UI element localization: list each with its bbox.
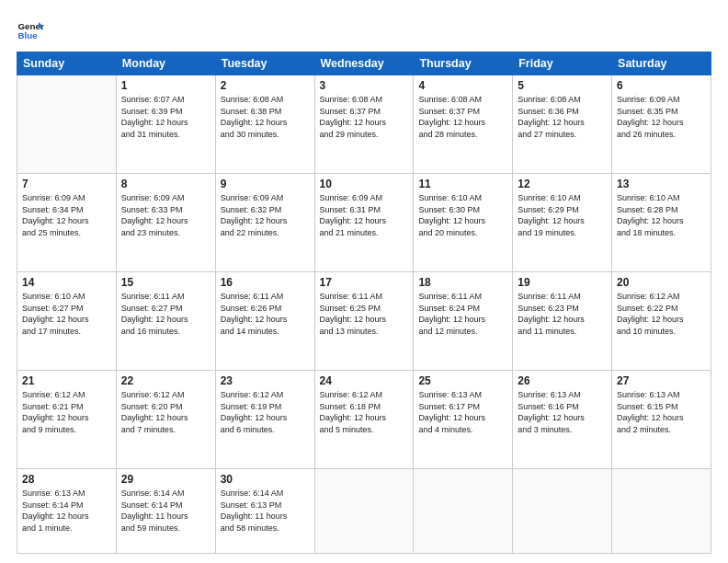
day-info: Sunrise: 6:14 AM Sunset: 6:13 PM Dayligh… [221,488,310,534]
day-info: Sunrise: 6:13 AM Sunset: 6:14 PM Dayligh… [22,488,111,534]
day-info: Sunrise: 6:12 AM Sunset: 6:18 PM Dayligh… [320,389,409,435]
day-number: 21 [22,374,111,387]
calendar-week-row: 14Sunrise: 6:10 AM Sunset: 6:27 PM Dayli… [17,272,711,371]
day-info: Sunrise: 6:11 AM Sunset: 6:27 PM Dayligh… [121,291,210,337]
calendar-cell: 11Sunrise: 6:10 AM Sunset: 6:30 PM Dayli… [414,174,513,272]
day-number: 19 [518,276,607,289]
weekday-header-monday: Monday [116,52,215,75]
day-info: Sunrise: 6:10 AM Sunset: 6:29 PM Dayligh… [518,192,607,238]
day-info: Sunrise: 6:07 AM Sunset: 6:39 PM Dayligh… [121,94,210,140]
calendar-week-row: 21Sunrise: 6:12 AM Sunset: 6:21 PM Dayli… [17,371,711,469]
day-number: 14 [22,276,111,289]
calendar-cell: 27Sunrise: 6:13 AM Sunset: 6:15 PM Dayli… [612,371,711,469]
calendar-cell [414,469,513,554]
day-info: Sunrise: 6:09 AM Sunset: 6:31 PM Dayligh… [320,192,409,238]
day-number: 4 [418,79,507,92]
day-number: 5 [518,79,607,92]
calendar-week-row: 7Sunrise: 6:09 AM Sunset: 6:34 PM Daylig… [17,174,711,272]
calendar-week-row: 1Sunrise: 6:07 AM Sunset: 6:39 PM Daylig… [17,75,711,174]
calendar-cell: 30Sunrise: 6:14 AM Sunset: 6:13 PM Dayli… [215,469,314,554]
day-number: 15 [121,276,210,289]
day-number: 10 [320,178,409,190]
day-info: Sunrise: 6:14 AM Sunset: 6:14 PM Dayligh… [121,488,210,534]
day-number: 8 [121,178,210,190]
day-number: 22 [121,374,210,387]
day-number: 11 [418,178,507,190]
logo: General Blue [17,17,44,44]
calendar-cell: 8Sunrise: 6:09 AM Sunset: 6:33 PM Daylig… [116,174,215,272]
calendar-cell: 19Sunrise: 6:11 AM Sunset: 6:23 PM Dayli… [513,272,612,371]
calendar-cell: 9Sunrise: 6:09 AM Sunset: 6:32 PM Daylig… [215,174,314,272]
page-header: General Blue [17,17,711,44]
day-info: Sunrise: 6:10 AM Sunset: 6:28 PM Dayligh… [617,192,706,238]
calendar-cell: 22Sunrise: 6:12 AM Sunset: 6:20 PM Dayli… [116,371,215,469]
svg-text:Blue: Blue [18,30,39,40]
day-info: Sunrise: 6:09 AM Sunset: 6:33 PM Dayligh… [121,192,210,238]
day-info: Sunrise: 6:11 AM Sunset: 6:23 PM Dayligh… [518,291,607,337]
day-number: 23 [221,374,310,387]
calendar-cell: 16Sunrise: 6:11 AM Sunset: 6:26 PM Dayli… [215,272,314,371]
calendar-cell [17,75,117,174]
day-number: 30 [221,473,310,486]
calendar-cell: 21Sunrise: 6:12 AM Sunset: 6:21 PM Dayli… [17,371,117,469]
day-number: 20 [617,276,706,289]
calendar-cell [314,469,414,554]
calendar-cell: 20Sunrise: 6:12 AM Sunset: 6:22 PM Dayli… [612,272,711,371]
day-number: 3 [320,79,409,92]
calendar-cell: 14Sunrise: 6:10 AM Sunset: 6:27 PM Dayli… [17,272,117,371]
calendar-cell: 12Sunrise: 6:10 AM Sunset: 6:29 PM Dayli… [513,174,612,272]
day-info: Sunrise: 6:09 AM Sunset: 6:32 PM Dayligh… [221,192,310,238]
weekday-header-row: SundayMondayTuesdayWednesdayThursdayFrid… [17,52,711,75]
calendar-cell: 29Sunrise: 6:14 AM Sunset: 6:14 PM Dayli… [116,469,215,554]
day-info: Sunrise: 6:11 AM Sunset: 6:25 PM Dayligh… [320,291,409,337]
calendar-cell: 25Sunrise: 6:13 AM Sunset: 6:17 PM Dayli… [414,371,513,469]
day-number: 27 [617,374,706,387]
weekday-header-sunday: Sunday [17,52,117,75]
calendar-cell: 17Sunrise: 6:11 AM Sunset: 6:25 PM Dayli… [314,272,414,371]
day-number: 7 [22,178,111,190]
day-number: 6 [617,79,706,92]
day-number: 25 [418,374,507,387]
calendar-cell [612,469,711,554]
calendar-cell: 18Sunrise: 6:11 AM Sunset: 6:24 PM Dayli… [414,272,513,371]
calendar-cell: 24Sunrise: 6:12 AM Sunset: 6:18 PM Dayli… [314,371,414,469]
day-info: Sunrise: 6:08 AM Sunset: 6:37 PM Dayligh… [320,94,409,140]
day-number: 1 [121,79,210,92]
weekday-header-thursday: Thursday [414,52,513,75]
calendar-week-row: 28Sunrise: 6:13 AM Sunset: 6:14 PM Dayli… [17,469,711,554]
calendar-cell: 3Sunrise: 6:08 AM Sunset: 6:37 PM Daylig… [314,75,414,174]
weekday-header-wednesday: Wednesday [314,52,414,75]
day-number: 28 [22,473,111,486]
day-info: Sunrise: 6:10 AM Sunset: 6:27 PM Dayligh… [22,291,111,337]
day-number: 13 [617,178,706,190]
calendar-cell: 4Sunrise: 6:08 AM Sunset: 6:37 PM Daylig… [414,75,513,174]
day-info: Sunrise: 6:12 AM Sunset: 6:19 PM Dayligh… [221,389,310,435]
day-info: Sunrise: 6:08 AM Sunset: 6:36 PM Dayligh… [518,94,607,140]
day-info: Sunrise: 6:13 AM Sunset: 6:15 PM Dayligh… [617,389,706,435]
weekday-header-friday: Friday [513,52,612,75]
day-number: 17 [320,276,409,289]
day-info: Sunrise: 6:08 AM Sunset: 6:38 PM Dayligh… [221,94,310,140]
day-number: 2 [221,79,310,92]
day-info: Sunrise: 6:12 AM Sunset: 6:21 PM Dayligh… [22,389,111,435]
day-info: Sunrise: 6:09 AM Sunset: 6:34 PM Dayligh… [22,192,111,238]
day-number: 12 [518,178,607,190]
day-number: 24 [320,374,409,387]
calendar-cell [513,469,612,554]
logo-icon: General Blue [17,17,44,44]
calendar-table: SundayMondayTuesdayWednesdayThursdayFrid… [17,52,711,554]
day-info: Sunrise: 6:12 AM Sunset: 6:22 PM Dayligh… [617,291,706,337]
calendar-cell: 26Sunrise: 6:13 AM Sunset: 6:16 PM Dayli… [513,371,612,469]
day-number: 9 [221,178,310,190]
calendar-cell: 7Sunrise: 6:09 AM Sunset: 6:34 PM Daylig… [17,174,117,272]
calendar-cell: 6Sunrise: 6:09 AM Sunset: 6:35 PM Daylig… [612,75,711,174]
calendar-cell: 5Sunrise: 6:08 AM Sunset: 6:36 PM Daylig… [513,75,612,174]
day-info: Sunrise: 6:09 AM Sunset: 6:35 PM Dayligh… [617,94,706,140]
calendar-cell: 2Sunrise: 6:08 AM Sunset: 6:38 PM Daylig… [215,75,314,174]
calendar-cell: 13Sunrise: 6:10 AM Sunset: 6:28 PM Dayli… [612,174,711,272]
calendar-cell: 23Sunrise: 6:12 AM Sunset: 6:19 PM Dayli… [215,371,314,469]
day-number: 16 [221,276,310,289]
calendar-cell: 28Sunrise: 6:13 AM Sunset: 6:14 PM Dayli… [17,469,117,554]
day-number: 29 [121,473,210,486]
day-info: Sunrise: 6:10 AM Sunset: 6:30 PM Dayligh… [418,192,507,238]
